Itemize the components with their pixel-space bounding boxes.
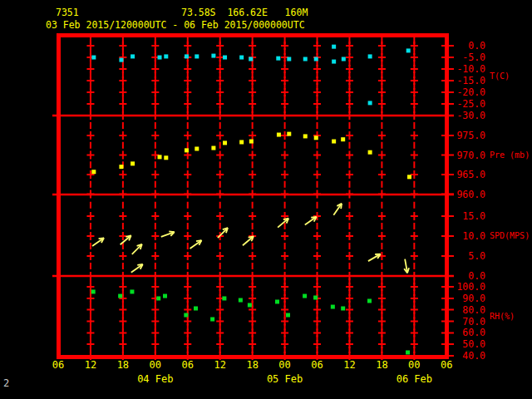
grid-column <box>313 37 321 360</box>
y-axis-label: 5.0 <box>468 250 485 262</box>
pressure-point <box>239 140 244 144</box>
pressure-point <box>303 134 308 138</box>
grid-column <box>184 37 191 360</box>
pressure-point <box>158 155 162 159</box>
page-indicator: 2 <box>3 377 9 389</box>
humidity-point <box>303 294 307 298</box>
wind-arrow <box>161 231 175 237</box>
pressure-point <box>341 137 345 141</box>
x-axis-hour-label: 18 <box>246 359 258 371</box>
x-axis-hour-label: 12 <box>214 359 225 371</box>
humidity-point <box>222 296 226 300</box>
grid-column <box>281 37 288 360</box>
wind-arrow <box>131 264 143 273</box>
x-axis-hour-label: 12 <box>85 359 96 371</box>
grid-columns <box>86 37 417 360</box>
temperature-point <box>287 57 291 61</box>
y-axis-label: 60.0 <box>462 327 485 338</box>
x-axis-hour-label: 00 <box>408 359 420 371</box>
humidity-point <box>367 299 372 303</box>
y-axis-label: 15.0 <box>462 210 485 222</box>
x-axis-hour-label: 00 <box>278 359 290 371</box>
x-axis-hour-label: 18 <box>117 359 129 371</box>
wind-arrows <box>92 204 409 273</box>
y-axis-label: 965.0 <box>456 169 485 180</box>
y-axis-label: -20.0 <box>456 86 485 98</box>
humidity-point <box>130 289 134 293</box>
grid-column <box>151 37 159 360</box>
wind-arrow <box>132 244 142 254</box>
pressure-point <box>287 132 291 136</box>
y-axis-label: -5.0 <box>462 52 485 63</box>
date-label: 04 Feb <box>137 373 173 385</box>
humidity-point <box>156 296 160 300</box>
temperature-points <box>91 45 410 106</box>
temperature-point <box>276 57 280 61</box>
x-axis-hour-label: 06 <box>311 359 323 371</box>
x-axis-hour-label: 00 <box>150 359 161 371</box>
grid-column <box>411 37 418 360</box>
y-axis-label: -10.0 <box>456 63 485 75</box>
pressure-point <box>407 175 411 179</box>
temperature-point <box>239 56 244 60</box>
pressure-point <box>249 140 254 144</box>
temperature-point <box>249 57 253 61</box>
humidity-point <box>163 294 167 298</box>
humidity-point <box>210 318 214 322</box>
temperature-point <box>164 54 168 58</box>
date-label: 05 Feb <box>267 373 303 385</box>
y-axis-label: 975.0 <box>456 130 485 141</box>
grid-column <box>249 37 256 360</box>
y-axis-label: 100.0 <box>456 281 485 293</box>
y-axis-label: 10.0 <box>462 230 485 242</box>
temperature-point <box>211 54 215 58</box>
wind-arrow <box>278 219 288 228</box>
y-axis-label: 40.0 <box>462 350 485 362</box>
humidity-point <box>313 296 318 300</box>
date-label: 06 Feb <box>397 373 432 385</box>
temperature-point <box>303 57 308 61</box>
pressure-point <box>211 146 215 150</box>
temperature-point <box>314 57 318 61</box>
wind-arrow <box>333 204 342 215</box>
temperature-point <box>406 48 411 52</box>
x-axis-hour-label: 06 <box>52 359 64 371</box>
temperature-point <box>332 60 336 64</box>
grid-column <box>378 37 386 360</box>
pressure-point <box>223 140 227 145</box>
pressure-point <box>131 161 135 165</box>
y-axis-label: -25.0 <box>456 98 485 110</box>
x-axis-hour-label: 06 <box>182 359 194 371</box>
date-labels: 04 Feb05 Feb06 Feb <box>137 373 432 385</box>
y-axis-label: 0.0 <box>468 270 485 282</box>
grid-column <box>216 37 224 360</box>
temperature-point <box>158 56 162 60</box>
temperature-point <box>131 54 135 58</box>
temperature-point <box>332 45 336 49</box>
wind-arrow <box>305 217 317 225</box>
y-axis-label: 970.0 <box>456 150 485 161</box>
y-axis-label: 90.0 <box>462 293 485 304</box>
humidity-point <box>184 313 188 318</box>
y-axis-label: 960.0 <box>456 189 485 200</box>
y-axis-label: 0.0 <box>468 40 485 52</box>
meteogram-chart: 0.0-5.0-10.0-15.0-20.0-25.0-30.0975.0970… <box>0 0 532 399</box>
grid-column <box>346 37 353 360</box>
temperature-point <box>91 56 96 60</box>
humidity-point <box>406 350 410 354</box>
grid-column <box>119 37 126 360</box>
pressure-point <box>332 140 336 144</box>
humidity-point <box>239 298 243 303</box>
wind-arrow <box>368 254 381 262</box>
y-axis-label: 50.0 <box>462 338 485 350</box>
x-axis-hour-label: 06 <box>441 359 452 371</box>
temperature-point <box>368 54 372 58</box>
x-axis-hour-label: 12 <box>343 359 355 371</box>
wind-arrow <box>92 238 104 246</box>
temperature-point <box>223 56 227 60</box>
pressure-point <box>277 133 281 137</box>
y-axis-label: -15.0 <box>456 75 485 86</box>
x-axis-hour-label: 18 <box>376 359 387 371</box>
temperature-point <box>195 54 199 58</box>
grid-column <box>86 37 94 360</box>
